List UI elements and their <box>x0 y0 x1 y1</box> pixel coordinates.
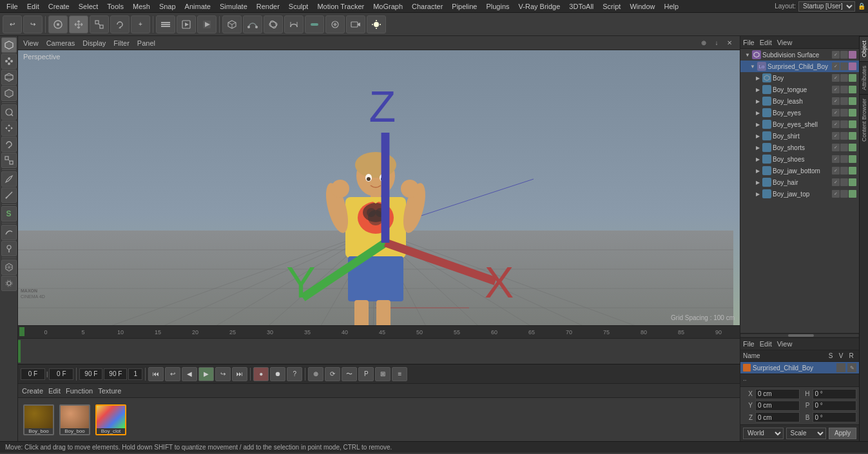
field-button[interactable] <box>305 15 324 33</box>
snap-btn[interactable]: ⊕ <box>308 367 323 381</box>
light-button[interactable] <box>367 15 386 33</box>
tool-hexagons[interactable] <box>1 260 17 275</box>
tool-s[interactable]: S <box>1 206 17 222</box>
vp-panel[interactable]: Panel <box>137 39 155 47</box>
obj-surprised-child-boy[interactable]: ▼ Lo Surprised_Child_Boy ✓ <box>740 61 859 72</box>
menu-animate[interactable]: Animate <box>181 1 215 12</box>
play-button[interactable]: ▶ <box>198 367 214 381</box>
play-forward-frame[interactable]: ↪ <box>215 367 231 381</box>
obj-scrollbar-thumb[interactable] <box>788 334 814 337</box>
tool-model[interactable] <box>1 37 17 53</box>
menu-sculpt[interactable]: Sculpt <box>285 1 313 12</box>
menu-motion-tracker[interactable]: Motion Tracker <box>313 1 368 12</box>
obj-boy-leash[interactable]: ▶ Boy_leash ✓ <box>740 95 859 107</box>
timeline-ruler[interactable]: 0 5 10 15 20 25 30 35 40 45 50 55 60 65 … <box>18 326 740 339</box>
frame-start-input[interactable] <box>21 368 45 380</box>
material-boy-boot-1[interactable]: Boy_boo <box>23 404 54 435</box>
frame-end-input-2[interactable] <box>104 368 127 380</box>
obj-file[interactable]: File <box>743 39 755 46</box>
menu-window[interactable]: Window <box>626 1 659 12</box>
tab-content-browser[interactable]: Content Browser <box>860 94 868 146</box>
menu-edit[interactable]: Edit <box>23 1 43 12</box>
tool-knife[interactable] <box>1 187 17 203</box>
timeline-expand-btn[interactable]: ≡ <box>392 367 407 381</box>
cube-button[interactable] <box>222 15 242 33</box>
tool-gear[interactable] <box>1 276 17 291</box>
obj-expand-boyname[interactable]: ▶ <box>755 75 761 81</box>
viewport[interactable]: Perspective Grid Spacing : 100 cm Y X Z … <box>18 50 740 325</box>
mat-edit[interactable]: Edit <box>48 387 61 395</box>
obj-scrollbar[interactable] <box>740 334 859 337</box>
obj-boy-shoes[interactable]: ▶ Boy_shoes ✓ <box>740 153 859 165</box>
menu-render[interactable]: Render <box>253 1 284 12</box>
tool-polygons[interactable] <box>1 86 17 101</box>
attr-item-row[interactable]: Surprised_Child_Boy ✎ <box>740 362 859 374</box>
menu-file[interactable]: File <box>3 1 22 12</box>
vp-icon-close[interactable]: ✕ <box>724 38 735 48</box>
menu-plugins[interactable]: Plugins <box>482 1 513 12</box>
mat-create[interactable]: Create <box>22 387 43 395</box>
coord-p-input[interactable] <box>813 401 857 411</box>
menu-create[interactable]: Create <box>44 1 73 12</box>
tab-object[interactable]: Object <box>860 36 868 61</box>
menu-snap[interactable]: Snap <box>155 1 180 12</box>
menu-mograph[interactable]: MoGraph <box>369 1 407 12</box>
coord-h-input[interactable] <box>813 389 857 399</box>
attr-edit[interactable]: Edit <box>760 340 772 348</box>
tool-rotate[interactable] <box>1 137 17 152</box>
obj-boy[interactable]: ▶ Boy ✓ <box>740 72 859 84</box>
coord-x-input[interactable] <box>755 389 800 399</box>
tab-attributes[interactable]: Attributes <box>860 61 868 94</box>
coord-scale-select[interactable]: Scale Size <box>786 428 827 439</box>
obj-boy-tongue[interactable]: ▶ Boy_tongue ✓ <box>740 84 859 95</box>
obj-lock-boyname[interactable] <box>840 74 848 82</box>
nurbs-button[interactable] <box>264 15 283 33</box>
obj-boy-shorts[interactable]: ▶ Boy_shorts ✓ <box>740 142 859 153</box>
vp-filter[interactable]: Filter <box>113 39 129 47</box>
rotate-tool-button[interactable] <box>110 15 130 33</box>
play-backward-frame[interactable]: ↩ <box>165 367 180 381</box>
menu-3dtoall[interactable]: 3DToAll <box>565 1 597 12</box>
camera-button[interactable] <box>346 15 365 33</box>
obj-edit[interactable]: Edit <box>760 39 772 46</box>
material-boy-boot-2[interactable]: Boy_boo <box>59 404 90 435</box>
obj-boy-hair[interactable]: ▶ Boy_hair ✓ <box>740 176 859 188</box>
tool-paint[interactable] <box>1 241 17 256</box>
menu-simulate[interactable]: Simulate <box>216 1 251 12</box>
menu-help[interactable]: Help <box>661 1 683 12</box>
menu-mesh[interactable]: Mesh <box>129 1 154 12</box>
tool-points[interactable] <box>1 53 17 69</box>
coord-y-input[interactable] <box>755 401 800 411</box>
frame-current-input[interactable] <box>49 368 73 380</box>
motion-path-btn[interactable]: 〜 <box>342 367 357 381</box>
redo-button[interactable]: ↪ <box>23 15 43 33</box>
attr-item-s[interactable] <box>836 363 845 372</box>
vp-cameras[interactable]: Cameras <box>46 39 75 47</box>
attr-item-btn[interactable]: ✎ <box>847 363 856 372</box>
scale-tool-button[interactable] <box>90 15 109 33</box>
undo-button[interactable]: ↩ <box>3 15 22 33</box>
obj-view[interactable]: View <box>777 39 793 46</box>
obj-lock-subdiv[interactable] <box>840 51 848 59</box>
obj-boy-shirt[interactable]: ▶ Boy_shirt ✓ <box>740 130 859 142</box>
tool-sculpt-icon[interactable] <box>1 225 17 240</box>
menu-pipeline[interactable]: Pipeline <box>448 1 481 12</box>
timeline-btn[interactable] <box>156 15 175 33</box>
preview-btn[interactable]: P <box>358 367 374 381</box>
keyframe-btn[interactable]: ? <box>287 367 302 381</box>
effector-button[interactable] <box>325 15 345 33</box>
vp-view[interactable]: View <box>23 39 39 47</box>
select-all-button[interactable] <box>48 15 68 33</box>
obj-vis-boyname[interactable]: ✓ <box>832 74 840 82</box>
obj-vis-subdiv[interactable]: ✓ <box>832 51 840 59</box>
record-auto-btn[interactable]: ⏺ <box>270 367 285 381</box>
obj-vis-boy[interactable]: ✓ <box>832 62 840 70</box>
obj-subdivision-surface[interactable]: ▼ Subdivision Surface ✓ <box>740 49 859 61</box>
frame-end-input-1[interactable] <box>79 368 102 380</box>
attr-file[interactable]: File <box>743 340 755 348</box>
timeline-track[interactable] <box>18 339 740 364</box>
vp-display[interactable]: Display <box>82 39 106 47</box>
obj-expand-boy[interactable]: ▼ <box>749 63 756 70</box>
record-btn[interactable]: ● <box>253 367 269 381</box>
tool-move[interactable] <box>1 120 17 136</box>
